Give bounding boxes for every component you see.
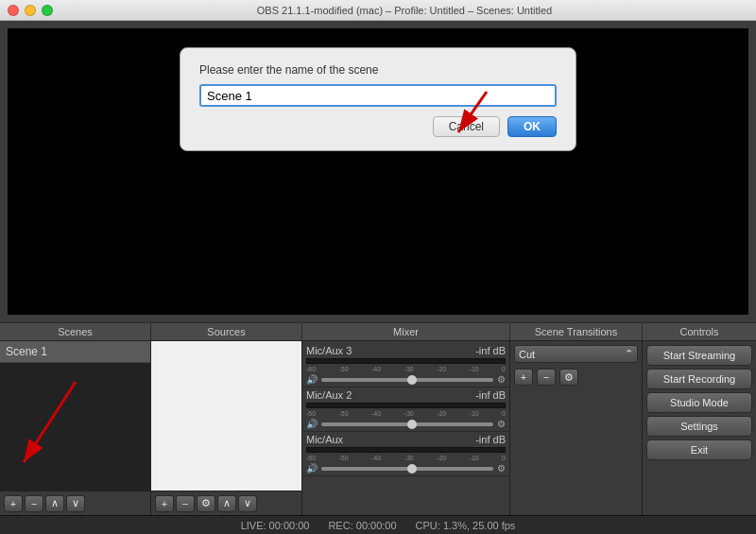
live-status: LIVE: 00:00:00 (241, 520, 310, 531)
mixer-controls-2: 🔊 ⚙ (306, 419, 506, 429)
scene-item[interactable]: Scene 1 (0, 341, 150, 363)
sources-remove-button[interactable]: − (176, 495, 195, 512)
studio-mode-button[interactable]: Studio Mode (646, 392, 752, 413)
mixer-track-2-name: Mic/Aux 2 (306, 389, 352, 401)
scenes-down-button[interactable]: ∨ (66, 495, 85, 512)
sources-add-button[interactable]: + (155, 495, 174, 512)
transition-remove-button[interactable]: − (537, 369, 556, 386)
arrow-scene-svg (9, 377, 104, 481)
sources-settings-button[interactable]: ⚙ (197, 495, 215, 512)
svg-line-3 (24, 382, 76, 462)
window-title: OBS 21.1.1-modified (mac) – Profile: Unt… (60, 5, 748, 16)
controls-header: Controls (643, 323, 756, 340)
minimize-button[interactable] (25, 5, 36, 16)
scenes-add-button[interactable]: + (4, 495, 23, 512)
mixer-track-3-name: Mic/Aux (306, 434, 343, 445)
transition-selected-label: Cut (519, 349, 535, 360)
mixer-track-3-header: Mic/Aux -inf dB (306, 434, 506, 445)
sources-toolbar: + − ⚙ ∧ ∨ (151, 491, 301, 515)
close-button[interactable] (8, 5, 19, 16)
dialog-button-row: Cancel OK (199, 116, 557, 137)
mixer-track-3-meter (306, 447, 506, 453)
rec-status: REC: 00:00:00 (328, 520, 396, 531)
title-bar: OBS 21.1.1-modified (mac) – Profile: Unt… (0, 0, 756, 21)
scene-name-input[interactable] (199, 84, 557, 107)
sources-panel: + − ⚙ ∧ ∨ (151, 341, 302, 515)
mixer-controls-1: 🔊 ⚙ (306, 374, 506, 385)
mixer-track-2: Mic/Aux 2 -inf dB -60-50-40-30-20-100 🔊 … (302, 388, 509, 432)
start-recording-button[interactable]: Start Recording (646, 369, 752, 389)
maximize-button[interactable] (42, 5, 53, 16)
scenes-panel: Scene 1 + − ∧ ∨ (0, 341, 151, 515)
mixer-gear-3[interactable]: ⚙ (497, 463, 506, 474)
mixer-track-2-header: Mic/Aux 2 -inf dB (306, 389, 506, 401)
mixer-track-1-meter (306, 358, 506, 364)
speaker-icon-1: 🔊 (306, 374, 318, 385)
sources-down-button[interactable]: ∨ (238, 495, 257, 512)
transition-toolbar: + − ⚙ (514, 369, 638, 386)
controls-panel: Start Streaming Start Recording Studio M… (643, 341, 756, 515)
scene-preview (0, 363, 150, 491)
mixer-controls-3: 🔊 ⚙ (306, 463, 506, 474)
mixer-track-1-db: -inf dB (475, 345, 506, 356)
mixer-track-3-db: -inf dB (475, 434, 506, 445)
mixer-panel: Mic/Aux 3 -inf dB -60-50-40-30-20-100 🔊 … (302, 341, 510, 515)
status-bar: LIVE: 00:00:00 REC: 00:00:00 CPU: 1.3%, … (0, 515, 756, 534)
ok-button[interactable]: OK (507, 116, 557, 137)
mixer-track-2-db: -inf dB (475, 389, 506, 401)
transitions-header: Scene Transitions (510, 323, 643, 340)
volume-slider-1[interactable] (321, 378, 493, 382)
start-streaming-button[interactable]: Start Streaming (646, 345, 752, 366)
volume-slider-2[interactable] (321, 422, 493, 426)
mixer-track-1-header: Mic/Aux 3 -inf dB (306, 345, 506, 356)
dialog-overlay: Please enter the name of the scene Cance… (8, 28, 748, 315)
svg-line-1 (458, 92, 487, 132)
sources-content (151, 341, 301, 491)
mixer-scale-3: -60-50-40-30-20-100 (306, 455, 506, 461)
arrow-to-ok (435, 87, 491, 142)
mixer-track-2-meter (306, 403, 506, 408)
speaker-icon-2: 🔊 (306, 419, 318, 429)
panel-headers: Scenes Sources Mixer Scene Transitions C… (0, 322, 756, 340)
scenes-toolbar: + − ∧ ∨ (0, 491, 150, 515)
sources-up-button[interactable]: ∧ (217, 495, 236, 512)
volume-slider-3[interactable] (321, 467, 493, 471)
scenes-header: Scenes (0, 323, 151, 340)
mixer-track-1: Mic/Aux 3 -inf dB -60-50-40-30-20-100 🔊 … (302, 343, 509, 388)
mixer-scale-1: -60-50-40-30-20-100 (306, 366, 506, 372)
preview-area: Please enter the name of the scene Cance… (8, 28, 748, 315)
scenes-up-button[interactable]: ∧ (45, 495, 64, 512)
transition-settings-button[interactable]: ⚙ (559, 369, 578, 386)
mixer-scale-2: -60-50-40-30-20-100 (306, 410, 506, 417)
window-controls (8, 5, 53, 16)
transition-add-button[interactable]: + (514, 369, 533, 386)
panels-container: Scene 1 + − ∧ ∨ (0, 340, 756, 515)
transition-select[interactable]: Cut ⌃ (514, 345, 638, 363)
scene-name-dialog: Please enter the name of the scene Cance… (180, 47, 576, 151)
transition-chevron-icon: ⌃ (625, 348, 633, 360)
speaker-icon-3: 🔊 (306, 463, 318, 474)
scenes-remove-button[interactable]: − (25, 495, 43, 512)
transitions-panel: Cut ⌃ + − ⚙ (510, 341, 643, 515)
mixer-track-3: Mic/Aux -inf dB -60-50-40-30-20-100 🔊 ⚙ (302, 432, 509, 476)
cpu-status: CPU: 1.3%, 25.00 fps (416, 520, 516, 531)
mixer-gear-2[interactable]: ⚙ (497, 419, 506, 429)
exit-button[interactable]: Exit (646, 439, 752, 460)
mixer-gear-1[interactable]: ⚙ (497, 374, 506, 385)
dialog-prompt-text: Please enter the name of the scene (199, 63, 557, 77)
mixer-track-1-name: Mic/Aux 3 (306, 345, 352, 356)
app-window: Please enter the name of the scene Cance… (0, 21, 756, 534)
settings-button[interactable]: Settings (646, 416, 752, 437)
sources-header: Sources (151, 323, 302, 340)
mixer-header: Mixer (302, 323, 510, 340)
